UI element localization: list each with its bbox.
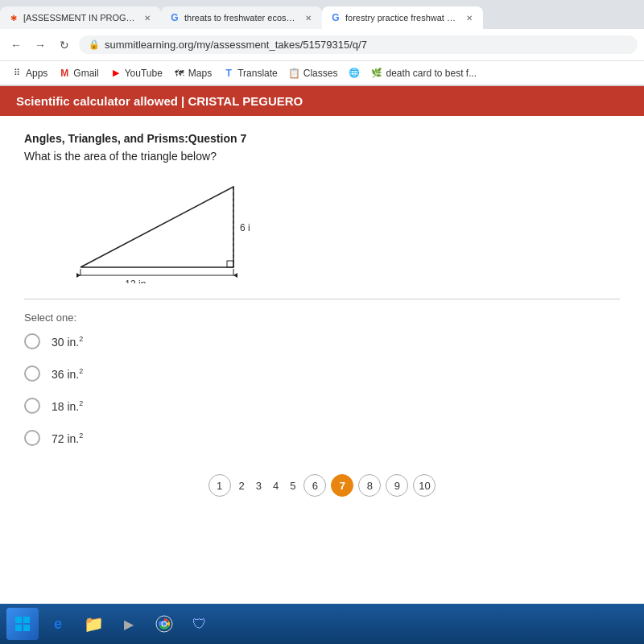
svg-rect-10 [15, 625, 22, 631]
forward-button[interactable]: → [31, 35, 50, 55]
browser-chrome: ✱ [ASSESSMENT IN PROGRESS] Sur ✕ G threa… [0, 0, 644, 86]
main-content: Angles, Triangles, and Prisms:Question 7… [0, 116, 644, 529]
tab-favicon-3: G [330, 12, 341, 23]
answer-options: 30 in.2 36 in.2 18 in.2 72 in.2 [24, 333, 620, 446]
radio-option-3[interactable] [24, 398, 40, 414]
windows-icon [14, 616, 31, 632]
bookmark-youtube-label: YouTube [125, 68, 163, 79]
bookmark-gmail[interactable]: M Gmail [54, 66, 103, 80]
tab-title-2: threats to freshwater ecosyste... [184, 13, 299, 23]
bookmarks-bar: ⠿ Apps M Gmail ▶ YouTube 🗺 Maps T Transl… [0, 61, 644, 85]
page-header: Scientific calculator allowed | CRISTAL … [0, 86, 644, 116]
chrome-icon [155, 615, 173, 633]
tab-2[interactable]: G threats to freshwater ecosyste... ✕ [161, 6, 322, 29]
tab-title-3: forestry practice freshwat – Goo... [345, 13, 460, 23]
bookmark-classes-label: Classes [303, 68, 338, 79]
page-4[interactable]: 4 [270, 480, 282, 492]
maps-icon: 🗺 [174, 68, 185, 79]
radio-option-1[interactable] [24, 333, 40, 349]
option-label-4: 72 in.2 [52, 431, 83, 445]
classes-icon: 📋 [289, 68, 300, 79]
page-1[interactable]: 1 [208, 474, 231, 497]
address-text: summitlearning.org/my/assessment_takes/5… [105, 39, 367, 51]
option-label-1: 30 in.2 [52, 335, 83, 349]
svg-marker-0 [80, 187, 233, 267]
radio-option-4[interactable] [24, 430, 40, 446]
address-bar[interactable]: 🔒 summitlearning.org/my/assessment_takes… [79, 35, 638, 54]
chrome-button[interactable] [148, 608, 180, 640]
taskbar: e 📁 ▶ 🛡 [0, 604, 644, 644]
folder-button[interactable]: 📁 [77, 608, 109, 640]
translate-icon: T [223, 68, 234, 79]
globe-icon: 🌐 [349, 68, 360, 79]
page-10[interactable]: 10 [413, 474, 436, 497]
tab-close-3[interactable]: ✕ [464, 12, 475, 23]
base-label: 12 in. [125, 279, 148, 283]
bookmark-classes[interactable]: 📋 Classes [284, 66, 343, 80]
section-divider [24, 299, 620, 299]
tab-close-1[interactable]: ✕ [142, 12, 153, 23]
tab-title-1: [ASSESSMENT IN PROGRESS] Sur [23, 13, 138, 23]
apps-icon: ⠿ [11, 68, 23, 79]
svg-rect-8 [15, 617, 22, 623]
address-bar-row: ← → ↻ 🔒 summitlearning.org/my/assessment… [0, 29, 644, 61]
header-text: Scientific calculator allowed | CRISTAL … [16, 94, 303, 108]
ie-icon: e [54, 616, 62, 633]
bookmark-gmail-label: Gmail [73, 68, 98, 79]
tab-1[interactable]: ✱ [ASSESSMENT IN PROGRESS] Sur ✕ [0, 6, 161, 29]
page-6[interactable]: 6 [303, 474, 326, 497]
option-row-4[interactable]: 72 in.2 [24, 430, 620, 446]
pagination: 1 2 3 4 5 6 7 8 9 10 [24, 462, 620, 513]
svg-rect-2 [227, 261, 233, 267]
svg-rect-11 [23, 625, 30, 631]
bookmark-apps[interactable]: ⠿ Apps [6, 66, 52, 80]
svg-marker-5 [233, 273, 237, 278]
option-row-2[interactable]: 36 in.2 [24, 365, 620, 382]
question-text: What is the area of the triangle below? [24, 150, 620, 163]
security-button[interactable]: 🛡 [184, 608, 216, 640]
option-row-1[interactable]: 30 in.2 [24, 333, 620, 349]
select-one-label: Select one: [24, 312, 620, 324]
bookmark-globe[interactable]: 🌐 [344, 66, 365, 80]
tab-3[interactable]: G forestry practice freshwat – Goo... ✕ [322, 6, 483, 29]
folder-icon: 📁 [84, 614, 104, 634]
bookmark-maps-label: Maps [188, 68, 212, 79]
bookmark-deathcard[interactable]: 🌿 death card to best f... [366, 66, 481, 80]
start-button[interactable] [6, 608, 39, 640]
page-9[interactable]: 9 [386, 474, 408, 497]
bookmark-apps-label: Apps [26, 68, 47, 79]
tab-bar: ✱ [ASSESSMENT IN PROGRESS] Sur ✕ G threa… [0, 0, 644, 29]
bookmark-translate-label: Translate [237, 68, 278, 79]
option-label-3: 18 in.2 [52, 399, 83, 413]
triangle-svg: 6 in. 12 in. [40, 179, 250, 283]
gmail-icon: M [59, 68, 70, 79]
radio-option-2[interactable] [24, 365, 40, 382]
option-label-2: 36 in.2 [52, 367, 83, 381]
page-3[interactable]: 3 [253, 480, 265, 492]
refresh-button[interactable]: ↻ [55, 35, 74, 55]
page-5[interactable]: 5 [287, 480, 299, 492]
lock-icon: 🔒 [89, 39, 100, 50]
tab-favicon-1: ✱ [8, 12, 19, 23]
media-icon: ▶ [124, 617, 134, 632]
height-label: 6 in. [240, 222, 250, 233]
option-row-3[interactable]: 18 in.2 [24, 398, 620, 414]
page-7[interactable]: 7 [331, 474, 353, 497]
tab-favicon-2: G [169, 12, 180, 23]
question-title: Angles, Triangles, and Prisms:Question 7 [24, 132, 620, 145]
deathcard-icon: 🌿 [371, 68, 382, 79]
bookmark-youtube[interactable]: ▶ YouTube [105, 66, 167, 80]
page-content: Scientific calculator allowed | CRISTAL … [0, 86, 644, 605]
page-8[interactable]: 8 [358, 474, 381, 497]
bookmark-maps[interactable]: 🗺 Maps [169, 66, 217, 80]
ie-button[interactable]: e [42, 608, 74, 640]
bookmark-translate[interactable]: T Translate [218, 66, 283, 80]
youtube-icon: ▶ [110, 68, 122, 79]
security-icon: 🛡 [192, 616, 207, 633]
tab-close-2[interactable]: ✕ [303, 12, 314, 23]
back-button[interactable]: ← [6, 35, 26, 55]
svg-marker-4 [76, 273, 80, 278]
page-2[interactable]: 2 [236, 480, 248, 492]
media-button[interactable]: ▶ [113, 608, 145, 640]
svg-point-14 [163, 622, 167, 626]
